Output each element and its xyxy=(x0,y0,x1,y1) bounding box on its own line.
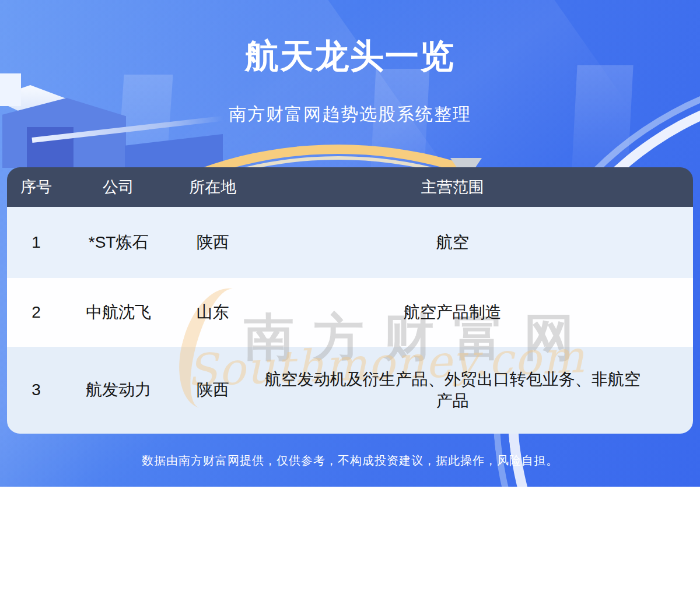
column-header-location: 所在地 xyxy=(172,167,254,207)
cell-business: 航空产品制造 xyxy=(254,278,693,347)
table-header-row: 序号 公司 所在地 主营范围 xyxy=(7,167,693,207)
cell-location: 山东 xyxy=(172,278,254,347)
cell-index: 2 xyxy=(7,278,65,347)
table-row: 1 *ST炼石 陕西 航空 xyxy=(7,207,693,278)
cell-location: 陕西 xyxy=(172,207,254,278)
cell-business: 航空 xyxy=(254,207,693,278)
cell-index: 1 xyxy=(7,207,65,278)
cell-company: *ST炼石 xyxy=(65,207,172,278)
cell-company: 中航沈飞 xyxy=(65,278,172,347)
column-header-index: 序号 xyxy=(7,167,65,207)
page-subtitle: 南方财富网趋势选股系统整理 xyxy=(0,103,700,126)
cell-location: 陕西 xyxy=(172,347,254,434)
stocks-table: 序号 公司 所在地 主营范围 1 *ST炼石 陕西 航空 2 xyxy=(7,167,693,434)
column-header-business: 主营范围 xyxy=(254,167,693,207)
disclaimer-text: 数据由南方财富网提供，仅供参考，不构成投资建议，据此操作，风险自担。 xyxy=(0,453,700,467)
cell-business: 航空发动机及衍生产品、外贸出口转包业务、非航空产品 xyxy=(254,347,693,434)
bottom-spacer xyxy=(0,487,700,612)
stocks-table-card: 南方财富网 Southmoney.com 序号 公司 所在地 主营范围 xyxy=(7,167,693,434)
infographic-page: 航天龙头一览 南方财富网趋势选股系统整理 南方财富网 Southmoney.co… xyxy=(0,0,700,612)
cell-index: 3 xyxy=(7,347,65,434)
hero-background: 航天龙头一览 南方财富网趋势选股系统整理 南方财富网 Southmoney.co… xyxy=(0,0,700,487)
cell-company: 航发动力 xyxy=(65,347,172,434)
column-header-company: 公司 xyxy=(65,167,172,207)
page-title: 航天龙头一览 xyxy=(0,34,700,79)
table-row: 3 航发动力 陕西 航空发动机及衍生产品、外贸出口转包业务、非航空产品 xyxy=(7,347,693,434)
table-row: 2 中航沈飞 山东 航空产品制造 xyxy=(7,278,693,347)
